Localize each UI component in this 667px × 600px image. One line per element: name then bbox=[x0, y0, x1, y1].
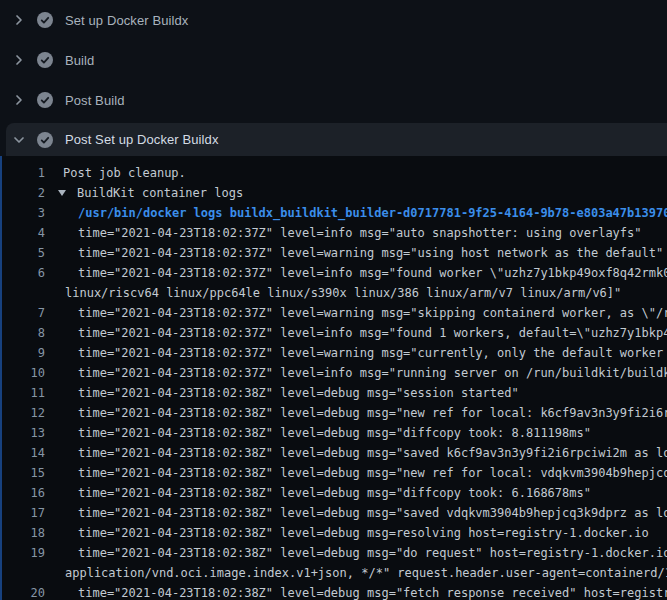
log-row: 9time="2021-04-23T18:02:37Z" level=warni… bbox=[2, 343, 667, 363]
log-command-text: /usr/bin/docker logs buildx_buildkit_bui… bbox=[45, 203, 667, 223]
step-label: Post Build bbox=[65, 93, 125, 108]
log-row: 8time="2021-04-23T18:02:37Z" level=info … bbox=[2, 323, 667, 343]
line-number bbox=[2, 563, 45, 583]
line-number[interactable]: 10 bbox=[2, 363, 45, 383]
log-text: time="2021-04-23T18:02:37Z" level=warnin… bbox=[45, 243, 667, 263]
check-circle-icon bbox=[37, 52, 53, 68]
log-text: time="2021-04-23T18:02:38Z" level=debug … bbox=[45, 483, 667, 503]
line-number[interactable]: 11 bbox=[2, 383, 45, 403]
group-caret-icon bbox=[58, 190, 66, 196]
step-row-set-up-docker-buildx[interactable]: Set up Docker Buildx bbox=[0, 0, 667, 40]
log-row: 16time="2021-04-23T18:02:38Z" level=debu… bbox=[2, 483, 667, 503]
log-row: linux/riscv64 linux/ppc64le linux/s390x … bbox=[2, 283, 667, 303]
log-text: time="2021-04-23T18:02:38Z" level=debug … bbox=[45, 523, 667, 543]
log-row: 11time="2021-04-23T18:02:38Z" level=debu… bbox=[2, 383, 667, 403]
check-circle-icon bbox=[37, 92, 53, 108]
log-row: 2BuildKit container logs bbox=[2, 183, 667, 203]
log-text: time="2021-04-23T18:02:38Z" level=debug … bbox=[45, 463, 667, 483]
line-number[interactable]: 12 bbox=[2, 403, 45, 423]
line-number[interactable]: 19 bbox=[2, 543, 45, 563]
line-number[interactable]: 1 bbox=[2, 163, 45, 183]
step-row-build[interactable]: Build bbox=[0, 40, 667, 80]
log-row: 13time="2021-04-23T18:02:38Z" level=debu… bbox=[2, 423, 667, 443]
log-row: 5time="2021-04-23T18:02:37Z" level=warni… bbox=[2, 243, 667, 263]
line-number[interactable]: 13 bbox=[2, 423, 45, 443]
log-text: linux/riscv64 linux/ppc64le linux/s390x … bbox=[45, 283, 667, 303]
log-text: time="2021-04-23T18:02:38Z" level=debug … bbox=[45, 383, 667, 403]
actions-log-viewer: Set up Docker BuildxBuildPost BuildPost … bbox=[0, 0, 667, 600]
step-row-post-build[interactable]: Post Build bbox=[0, 80, 667, 120]
log-text: time="2021-04-23T18:02:37Z" level=warnin… bbox=[45, 303, 667, 323]
log-panel: 1Post job cleanup.2BuildKit container lo… bbox=[0, 156, 667, 600]
log-row: 15time="2021-04-23T18:02:38Z" level=debu… bbox=[2, 463, 667, 483]
log-text: time="2021-04-23T18:02:37Z" level=info m… bbox=[45, 263, 667, 283]
line-number[interactable]: 18 bbox=[2, 523, 45, 543]
line-number[interactable]: 4 bbox=[2, 223, 45, 243]
log-text: time="2021-04-23T18:02:37Z" level=info m… bbox=[45, 223, 667, 243]
log-row: 12time="2021-04-23T18:02:38Z" level=debu… bbox=[2, 403, 667, 423]
chevron-right-icon bbox=[11, 92, 27, 108]
log-text: time="2021-04-23T18:02:38Z" level=debug … bbox=[45, 423, 667, 443]
line-number[interactable]: 8 bbox=[2, 323, 45, 343]
check-circle-icon bbox=[37, 132, 53, 148]
log-row: 10time="2021-04-23T18:02:37Z" level=info… bbox=[2, 363, 667, 383]
step-label: Build bbox=[65, 53, 94, 68]
log-row: 6time="2021-04-23T18:02:37Z" level=info … bbox=[2, 263, 667, 283]
log-group-toggle[interactable]: BuildKit container logs bbox=[45, 183, 667, 203]
log-row: 1Post job cleanup. bbox=[2, 163, 667, 183]
log-text: time="2021-04-23T18:02:37Z" level=info m… bbox=[45, 363, 667, 383]
log-row: 3/usr/bin/docker logs buildx_buildkit_bu… bbox=[2, 203, 667, 223]
line-number[interactable]: 20 bbox=[2, 583, 45, 600]
log-text: application/vnd.oci.image.index.v1+json,… bbox=[45, 563, 667, 583]
log-text: time="2021-04-23T18:02:38Z" level=debug … bbox=[45, 503, 667, 523]
line-number[interactable]: 7 bbox=[2, 303, 45, 323]
line-number[interactable]: 6 bbox=[2, 263, 45, 283]
chevron-right-icon bbox=[11, 52, 27, 68]
step-row-post-set-up-docker-buildx[interactable]: Post Set up Docker Buildx bbox=[6, 123, 667, 156]
line-number[interactable]: 15 bbox=[2, 463, 45, 483]
log-text: time="2021-04-23T18:02:37Z" level=warnin… bbox=[45, 343, 667, 363]
log-row: application/vnd.oci.image.index.v1+json,… bbox=[2, 563, 667, 583]
log-text: BuildKit container logs bbox=[77, 186, 243, 200]
log-text: time="2021-04-23T18:02:38Z" level=debug … bbox=[45, 543, 667, 563]
line-number[interactable]: 5 bbox=[2, 243, 45, 263]
check-circle-icon bbox=[37, 12, 53, 28]
line-number[interactable]: 17 bbox=[2, 503, 45, 523]
line-number bbox=[2, 283, 45, 303]
log-row: 19time="2021-04-23T18:02:38Z" level=debu… bbox=[2, 543, 667, 563]
log-text: Post job cleanup. bbox=[45, 163, 667, 183]
log-row: 20time="2021-04-23T18:02:38Z" level=debu… bbox=[2, 583, 667, 600]
step-label: Post Set up Docker Buildx bbox=[65, 132, 219, 147]
log-text: time="2021-04-23T18:02:38Z" level=debug … bbox=[45, 403, 667, 423]
chevron-right-icon bbox=[11, 12, 27, 28]
log-row: 14time="2021-04-23T18:02:38Z" level=debu… bbox=[2, 443, 667, 463]
step-list: Set up Docker BuildxBuildPost BuildPost … bbox=[0, 0, 667, 156]
log-row: 4time="2021-04-23T18:02:37Z" level=info … bbox=[2, 223, 667, 243]
step-label: Set up Docker Buildx bbox=[65, 13, 188, 28]
line-number[interactable]: 9 bbox=[2, 343, 45, 363]
log-text: time="2021-04-23T18:02:37Z" level=info m… bbox=[45, 323, 667, 343]
log-row: 18time="2021-04-23T18:02:38Z" level=debu… bbox=[2, 523, 667, 543]
log-text: time="2021-04-23T18:02:38Z" level=debug … bbox=[45, 583, 667, 600]
line-number[interactable]: 16 bbox=[2, 483, 45, 503]
line-number[interactable]: 14 bbox=[2, 443, 45, 463]
log-row: 17time="2021-04-23T18:02:38Z" level=debu… bbox=[2, 503, 667, 523]
chevron-down-icon bbox=[11, 132, 27, 148]
log-text: time="2021-04-23T18:02:38Z" level=debug … bbox=[45, 443, 667, 463]
line-number[interactable]: 2 bbox=[2, 183, 45, 203]
line-number[interactable]: 3 bbox=[2, 203, 45, 223]
log-row: 7time="2021-04-23T18:02:37Z" level=warni… bbox=[2, 303, 667, 323]
